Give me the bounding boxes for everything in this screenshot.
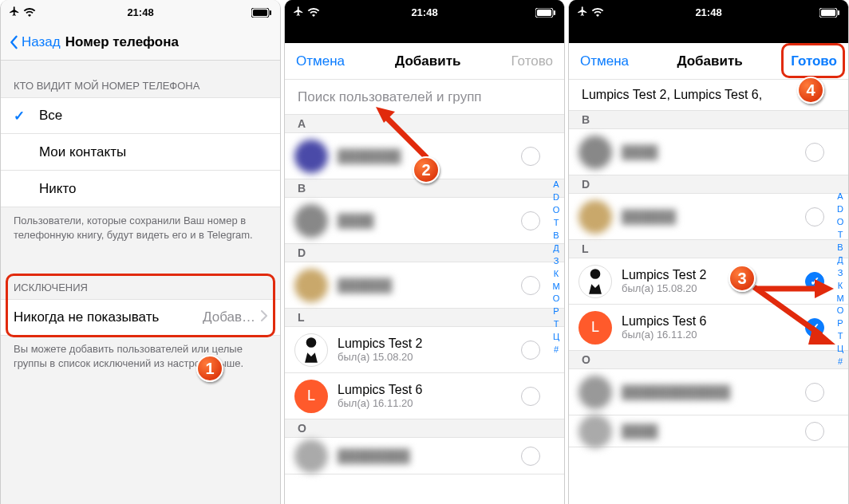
contact-name: ████ xyxy=(622,424,799,439)
search-input[interactable]: Поиск пользователей и групп xyxy=(285,80,564,115)
contact-row[interactable]: ████████ xyxy=(285,438,564,474)
status-bar: 21:48 xyxy=(569,0,848,24)
section-index-L: L xyxy=(285,309,564,327)
section-index-L: L xyxy=(569,240,848,258)
contact-name: ████████ xyxy=(338,449,515,463)
sheet-title: Добавить xyxy=(395,53,460,69)
select-radio[interactable] xyxy=(521,276,540,295)
section-index-O: O xyxy=(285,419,564,438)
select-radio[interactable] xyxy=(805,207,824,226)
select-radio-checked[interactable] xyxy=(805,318,824,337)
select-radio[interactable] xyxy=(521,387,540,406)
contact-row[interactable]: L Lumpics Test 6 был(а) 16.11.20 xyxy=(569,305,848,351)
contact-row[interactable]: ██████ xyxy=(285,262,564,309)
contact-name: Lumpics Test 2 xyxy=(338,337,515,351)
visibility-note: Пользователи, которые сохранили Ваш номе… xyxy=(1,207,280,248)
option-label: Никто xyxy=(39,181,76,197)
status-bar: 21:48 xyxy=(285,0,564,24)
option-label: Мои контакты xyxy=(39,144,126,160)
avatar xyxy=(579,265,612,298)
contact-name: ██████ xyxy=(338,278,515,293)
section-index-B: B xyxy=(569,111,848,129)
avatar xyxy=(294,269,328,302)
contact-subtitle: был(а) 16.11.20 xyxy=(338,397,515,409)
page-title: Номер телефона xyxy=(65,34,179,50)
contact-name: Lumpics Test 6 xyxy=(622,314,799,329)
status-time: 21:48 xyxy=(1,6,280,18)
contact-name: ██████ xyxy=(622,210,799,224)
contact-name: Lumpics Test 6 xyxy=(338,383,515,397)
add-label: Добав… xyxy=(203,309,255,325)
avatar: L xyxy=(579,311,612,345)
section-header-exceptions: ИСКЛЮЧЕНИЯ xyxy=(1,270,280,299)
never-share-cell[interactable]: Никогда не показывать Добав… xyxy=(1,299,280,336)
chevron-right-icon xyxy=(260,309,267,325)
cancel-button[interactable]: Отмена xyxy=(580,53,629,69)
section-index-A: A xyxy=(285,115,564,133)
option-everybody[interactable]: ✓ Все xyxy=(1,97,280,134)
contact-name: Lumpics Test 2 xyxy=(622,268,799,282)
avatar xyxy=(294,140,328,173)
navbar: Назад Номер телефона xyxy=(1,24,280,61)
back-label: Назад xyxy=(22,34,61,50)
section-index-D: D xyxy=(569,175,848,194)
status-bar: 21:48 xyxy=(1,0,280,24)
option-contacts[interactable]: ✓ Мои контакты xyxy=(1,134,280,171)
screen-add-contacts: 21:48 Отмена Добавить Готово Поиск польз… xyxy=(284,0,565,504)
sheet-title: Добавить xyxy=(677,53,742,69)
select-radio[interactable] xyxy=(521,447,540,466)
screen-add-contacts-selected: 21:48 Отмена Добавить Готово Lumpics Tes… xyxy=(568,0,849,504)
alphabet-index[interactable]: ADOTВДЗКМОРТЦ# xyxy=(550,179,563,356)
avatar xyxy=(294,333,328,367)
contact-row[interactable]: Lumpics Test 2 был(а) 15.08.20 xyxy=(569,258,848,305)
search-placeholder: Поиск пользователей и групп xyxy=(298,89,482,105)
contact-subtitle: был(а) 15.08.20 xyxy=(622,282,799,294)
exceptions-note: Вы можете добавить пользователей или цел… xyxy=(1,336,280,376)
contact-row[interactable]: L Lumpics Test 6 был(а) 16.11.20 xyxy=(285,373,564,419)
section-index-O: O xyxy=(569,351,848,369)
cancel-button[interactable]: Отмена xyxy=(296,53,345,69)
alphabet-index[interactable]: ADOTВДЗКМОРТЦ# xyxy=(834,191,847,368)
contact-row[interactable]: ████ xyxy=(569,415,848,447)
sheet-header: Отмена Добавить Готово xyxy=(285,43,564,80)
contact-subtitle: был(а) 16.11.20 xyxy=(622,329,799,341)
done-button-disabled: Готово xyxy=(511,53,554,69)
option-label: Все xyxy=(39,108,62,124)
callout-1: 1 xyxy=(196,355,223,382)
callout-3: 3 xyxy=(729,265,756,292)
select-radio[interactable] xyxy=(521,341,540,360)
option-nobody[interactable]: ✓ Никто xyxy=(1,171,280,207)
contact-row[interactable]: ████ xyxy=(569,129,848,175)
status-time: 21:48 xyxy=(285,6,564,18)
avatar xyxy=(579,376,612,409)
avatar xyxy=(579,200,612,234)
avatar: L xyxy=(294,380,328,413)
callout-2: 2 xyxy=(413,156,440,183)
contact-row[interactable]: ██████ xyxy=(569,194,848,240)
chevron-left-icon xyxy=(9,35,18,49)
select-radio[interactable] xyxy=(805,383,824,402)
contact-name: ████ xyxy=(622,145,799,159)
status-time: 21:48 xyxy=(569,6,848,18)
select-radio[interactable] xyxy=(805,143,824,162)
section-header-visibility: КТО ВИДИТ МОЙ НОМЕР ТЕЛЕФОНА xyxy=(1,61,280,97)
avatar xyxy=(294,439,328,473)
section-index-D: D xyxy=(285,244,564,262)
done-button[interactable]: Готово xyxy=(791,53,837,69)
contact-row[interactable]: ████████████ xyxy=(569,369,848,415)
contact-name: ████ xyxy=(338,214,515,228)
sheet-header: Отмена Добавить Готово xyxy=(569,43,848,80)
select-radio[interactable] xyxy=(521,211,540,230)
avatar xyxy=(579,415,612,448)
select-radio-checked[interactable] xyxy=(805,272,824,291)
avatar xyxy=(294,204,328,238)
contact-name: ████████████ xyxy=(622,385,799,400)
back-button[interactable]: Назад xyxy=(9,34,61,50)
select-radio[interactable] xyxy=(521,147,540,166)
screen-settings: 21:48 Назад Номер телефона КТО ВИДИТ МОЙ… xyxy=(0,0,281,504)
contact-subtitle: был(а) 15.08.20 xyxy=(338,351,515,363)
contact-row[interactable]: Lumpics Test 2 был(а) 15.08.20 xyxy=(285,327,564,373)
contact-row[interactable]: ████ xyxy=(285,198,564,244)
select-radio[interactable] xyxy=(805,422,824,441)
check-icon: ✓ xyxy=(14,108,28,124)
